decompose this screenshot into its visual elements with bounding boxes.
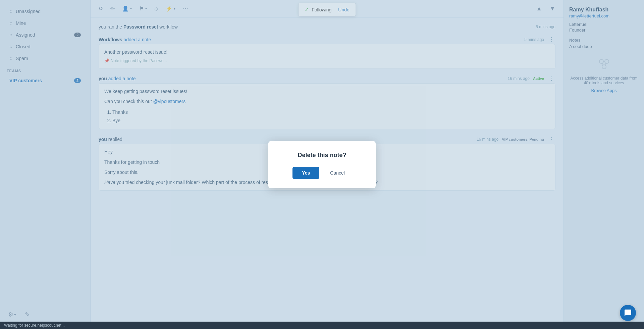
dialog-actions: Yes Cancel (284, 167, 360, 179)
status-bar: Waiting for secure.helpscout.net... (0, 322, 644, 329)
chat-bubble-button[interactable] (620, 305, 636, 321)
chat-icon (624, 309, 632, 317)
dialog-overlay: Delete this note? Yes Cancel (0, 0, 644, 329)
dialog-title: Delete this note? (284, 152, 360, 159)
delete-dialog: Delete this note? Yes Cancel (268, 141, 376, 188)
status-text: Waiting for secure.helpscout.net... (4, 323, 65, 328)
confirm-yes-button[interactable]: Yes (292, 167, 319, 179)
cancel-button[interactable]: Cancel (323, 167, 352, 179)
